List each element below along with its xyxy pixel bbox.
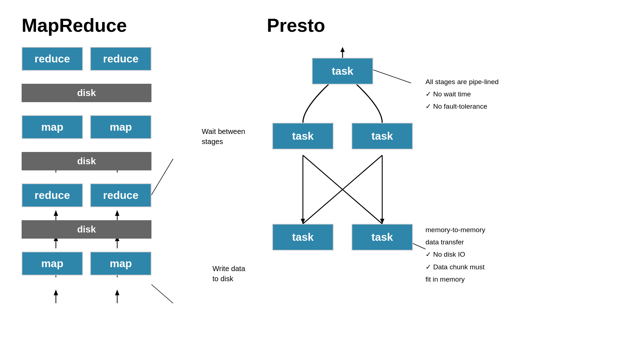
presto-annotation-top: All stages are pipe-lined ✓ No wait time… [425,76,499,113]
svg-line-28 [303,155,382,224]
bottom-disk: disk [22,220,151,239]
bottom-map-left: map [22,252,83,275]
svg-line-30 [303,155,382,224]
mid-disk: disk [22,152,151,170]
svg-marker-33 [380,219,384,224]
mr-annotation-wait: Wait between stages [202,126,245,147]
top-reduce-left: reduce [22,47,83,71]
top-reduce-right: reduce [90,47,151,71]
bottom-reduce-left: reduce [22,183,83,207]
arrow-spacer-5 [22,207,238,220]
arrow-spacer-4 [22,170,238,183]
arrow-spacer-2 [22,102,238,115]
svg-marker-27 [340,47,345,52]
top-reduce-row: reduce reduce [22,47,238,71]
map-left: map [22,115,83,139]
presto-task-bot-left: task [272,224,334,251]
bottom-reduce-row: reduce reduce [22,183,238,207]
annotation-bot-line2: data transfer [425,236,485,248]
presto-task-top: task [312,58,373,84]
arrow-spacer-1 [22,71,238,84]
mapreduce-title: MapReduce [22,14,267,36]
annotation-bot-line4: ✓ Data chunk must [425,261,485,273]
annotation-bot-line1: memory-to-memory [425,224,485,236]
presto-diagram-wrapper: task task task task task All stages are … [267,47,541,343]
mapreduce-section: MapReduce [22,14,267,334]
presto-task-bot-right: task [352,224,413,251]
mapreduce-diagram: reduce reduce disk map map disk [22,47,238,275]
bottom-map-row: map map [22,252,238,275]
bottom-map-right: map [90,252,151,275]
annotation-bot-line5: fit in memory [425,273,485,286]
main-container: MapReduce [0,0,644,348]
svg-line-34 [370,69,411,83]
presto-section: Presto [267,14,622,334]
mr-annotation-write: Write data to disk [212,264,245,284]
map-right: map [90,115,151,139]
presto-task-mid-left: task [272,123,334,149]
annotation-top-line1: All stages are pipe-lined [425,76,499,88]
svg-marker-3 [115,290,119,295]
svg-marker-32 [301,219,305,224]
annotation-top-line2: ✓ No wait time [425,88,499,100]
svg-line-25 [151,284,173,303]
presto-title: Presto [267,14,622,36]
annotation-bot-line3: ✓ No disk IO [425,248,485,261]
svg-marker-1 [54,290,58,295]
presto-task-mid-right: task [352,123,413,149]
annotation-top-line3: ✓ No fault-tolerance [425,100,499,113]
top-disk: disk [22,84,151,102]
arrow-spacer-6 [22,239,238,252]
bottom-reduce-right: reduce [90,183,151,207]
presto-annotation-bottom: memory-to-memory data transfer ✓ No disk… [425,224,485,286]
